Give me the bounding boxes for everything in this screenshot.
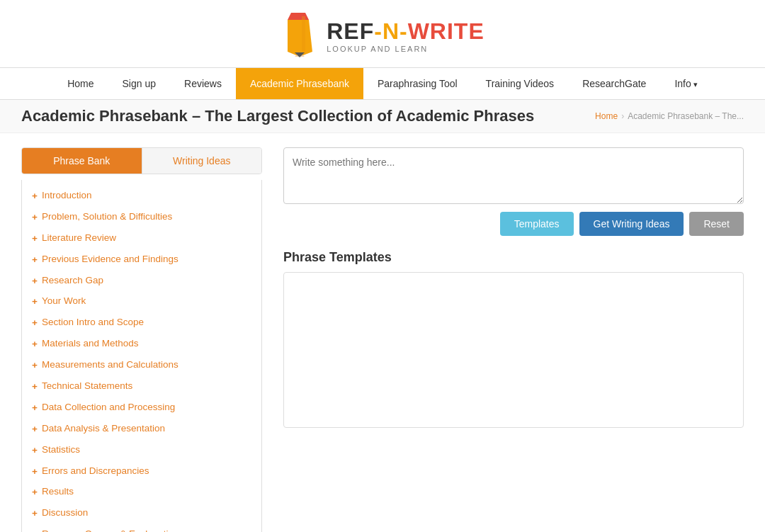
phrase-label: Results [42, 485, 74, 499]
nav-info[interactable]: Info [660, 68, 711, 99]
main-content: Phrase Bank Writing Ideas +Introduction+… [0, 133, 765, 532]
plus-icon: + [32, 359, 38, 373]
plus-icon: + [32, 232, 38, 246]
phrase-list-item[interactable]: +Your Work [22, 291, 261, 312]
phrase-label: Technical Statements [42, 380, 132, 393]
phrase-label: Research Gap [42, 274, 103, 288]
breadcrumb-bar: Academic Phrasebank – The Largest Collec… [0, 100, 765, 133]
logo-write: WRITE [408, 18, 484, 44]
phrase-list-item[interactable]: +Discussion [22, 503, 261, 524]
phrase-list-item[interactable]: +Introduction [22, 186, 261, 207]
svg-marker-1 [288, 13, 309, 20]
sidebar-tabs: Phrase Bank Writing Ideas [21, 147, 262, 174]
phrase-list-item[interactable]: +Errors and Discrepancies [22, 461, 261, 482]
phrase-label: Introduction [42, 189, 92, 203]
phrase-list-item[interactable]: +Measurements and Calculations [22, 355, 261, 376]
logo-brand: REF-N-WRITE [327, 18, 484, 45]
phrase-label: Materials and Methods [42, 337, 139, 351]
plus-icon: + [32, 444, 38, 458]
logo-text: REF-N-WRITE LOOKUP AND LEARN [327, 18, 484, 55]
phrase-list-item[interactable]: +Results [22, 482, 261, 503]
phrase-list-item[interactable]: +Section Intro and Scope [22, 312, 261, 334]
svg-marker-0 [288, 20, 312, 57]
phrase-label: Measurements and Calculations [42, 358, 178, 372]
action-buttons: Templates Get Writing Ideas Reset [283, 212, 744, 236]
phrase-list-item[interactable]: +Statistics [22, 440, 261, 461]
phrase-list-item[interactable]: +Data Collection and Processing [22, 397, 261, 419]
templates-button[interactable]: Templates [500, 212, 574, 236]
nav-inner: Home Sign up Reviews Academic Phrasebank… [0, 68, 765, 99]
phrase-label: Your Work [42, 295, 86, 308]
phrase-list-item[interactable]: +Materials and Methods [22, 334, 261, 355]
phrase-label: Previous Evidence and Findings [42, 253, 178, 266]
logo-pencil-icon [280, 13, 319, 59]
nav-home[interactable]: Home [53, 68, 108, 99]
nav-paraphrasing[interactable]: Paraphrasing Tool [363, 68, 472, 99]
phrase-label: Statistics [42, 443, 80, 457]
phrase-label: Section Intro and Scope [42, 316, 144, 329]
nav-training[interactable]: Training Videos [472, 68, 569, 99]
plus-icon: + [32, 465, 38, 479]
plus-icon: + [32, 507, 38, 521]
write-textarea[interactable] [283, 147, 744, 204]
phrase-label: Discussion [42, 506, 88, 520]
phrase-label: Literature Review [42, 232, 116, 245]
plus-icon: + [32, 423, 38, 436]
tab-phrase-bank[interactable]: Phrase Bank [22, 148, 142, 174]
phrase-list-item[interactable]: +Literature Review [22, 228, 261, 249]
phrase-list-item[interactable]: +Reasons, Causes & Explanations [22, 524, 261, 532]
logo: REF-N-WRITE LOOKUP AND LEARN [280, 13, 484, 59]
svg-rect-4 [302, 16, 305, 52]
breadcrumb-home[interactable]: Home [595, 111, 618, 121]
main-nav: Home Sign up Reviews Academic Phrasebank… [0, 67, 765, 100]
breadcrumb: Home › Academic Phrasebank – The... [595, 111, 744, 121]
breadcrumb-sep: › [621, 111, 624, 121]
phrase-list: +Introduction+Problem, Solution & Diffic… [21, 180, 262, 532]
plus-icon: + [32, 317, 38, 330]
phrase-templates-box [283, 272, 744, 428]
phrase-list-item[interactable]: +Problem, Solution & Difficulties [22, 207, 261, 228]
plus-icon: + [32, 295, 38, 309]
plus-icon: + [32, 254, 38, 267]
plus-icon: + [32, 402, 38, 415]
writing-ideas-button[interactable]: Get Writing Ideas [579, 212, 684, 236]
breadcrumb-current: Academic Phrasebank – The... [628, 111, 744, 121]
plus-icon: + [32, 211, 38, 225]
sidebar: Phrase Bank Writing Ideas +Introduction+… [21, 147, 262, 532]
nav-researchgate[interactable]: ResearchGate [568, 68, 660, 99]
logo-ref: REF [327, 18, 374, 44]
header: REF-N-WRITE LOOKUP AND LEARN [0, 0, 765, 67]
logo-n: -N- [374, 18, 407, 44]
plus-icon: + [32, 380, 38, 394]
logo-tagline: LOOKUP AND LEARN [327, 45, 484, 54]
page-title: Academic Phrasebank – The Largest Collec… [21, 107, 534, 125]
tab-writing-ideas[interactable]: Writing Ideas [142, 148, 262, 174]
phrase-list-item[interactable]: +Technical Statements [22, 376, 261, 397]
plus-icon: + [32, 338, 38, 351]
nav-phrasebank[interactable]: Academic Phrasebank [236, 68, 363, 99]
plus-icon: + [32, 528, 38, 532]
phrase-label: Data Collection and Processing [42, 401, 175, 414]
plus-icon: + [32, 486, 38, 499]
phrase-label: Data Analysis & Presentation [42, 422, 165, 436]
nav-signup[interactable]: Sign up [108, 68, 170, 99]
phrase-label: Reasons, Causes & Explanations [42, 528, 183, 532]
right-content: Templates Get Writing Ideas Reset Phrase… [283, 147, 744, 532]
phrase-label: Errors and Discrepancies [42, 465, 149, 478]
plus-icon: + [32, 275, 38, 288]
phrase-list-item[interactable]: +Previous Evidence and Findings [22, 249, 261, 271]
phrase-templates-title: Phrase Templates [283, 250, 744, 265]
reset-button[interactable]: Reset [689, 212, 744, 236]
nav-reviews[interactable]: Reviews [170, 68, 236, 99]
plus-icon: + [32, 190, 38, 203]
phrase-label: Problem, Solution & Difficulties [42, 210, 172, 224]
phrase-list-item[interactable]: +Research Gap [22, 271, 261, 292]
phrase-list-item[interactable]: +Data Analysis & Presentation [22, 419, 261, 440]
